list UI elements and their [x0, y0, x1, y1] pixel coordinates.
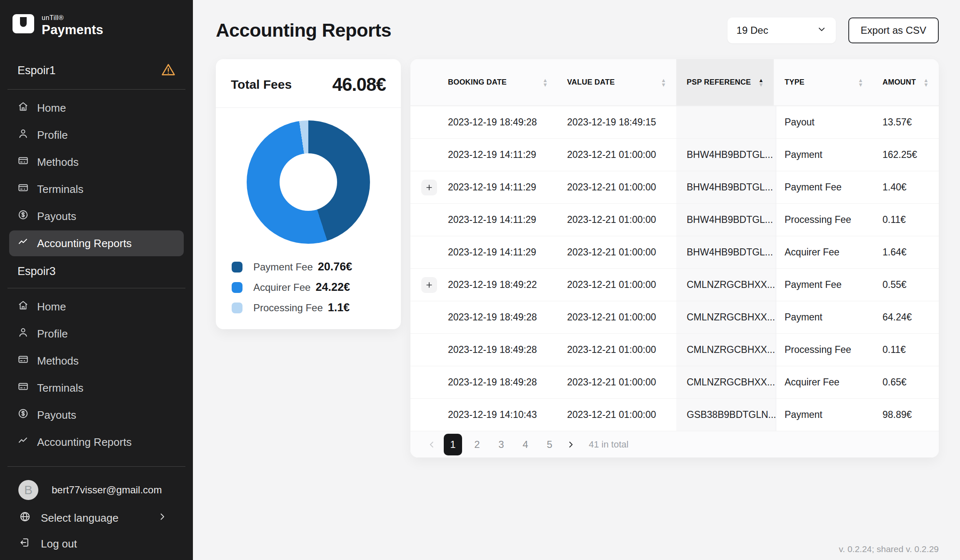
legend-value: 24.22€: [315, 281, 350, 294]
booking-date-cell: 2023-12-19 18:49:28: [448, 366, 567, 398]
sidebar-item-label: Terminals: [37, 382, 83, 395]
amount-cell: 0.11€: [873, 334, 939, 366]
booking-date-cell: 2023-12-19 14:10:43: [448, 399, 567, 431]
transactions-table: BOOKING DATE ▲▼ VALUE DATE ▲▼ PSP REFERE…: [410, 59, 939, 458]
sort-icon: ▲▼: [858, 78, 863, 87]
value-date-cell: 2023-12-19 18:49:15: [567, 106, 676, 138]
select-language-label: Select language: [41, 512, 118, 525]
psp-reference-cell: CMLNZRGCBHXX...: [676, 366, 776, 398]
table-row: 2023-12-19 14:11:29 2023-12-21 01:00:00 …: [410, 138, 939, 171]
psp-reference-cell: CMLNZRGCBHXX...: [676, 269, 776, 301]
column-header-amount[interactable]: AMOUNT ▲▼: [873, 59, 939, 105]
chevron-down-icon: [817, 24, 827, 37]
version-note: v. 0.2.24; shared v. 0.2.29: [839, 544, 939, 554]
app-window: unTill® Payments Espoir1 Home Profile: [0, 0, 960, 560]
expand-row-button[interactable]: [421, 277, 437, 293]
total-fees-header: Total Fees 46.08€: [216, 59, 401, 108]
logout-label: Log out: [41, 538, 77, 550]
total-fees-value: 46.08€: [332, 74, 386, 95]
table-header-expand: [410, 59, 448, 105]
sidebar-item-methods-2[interactable]: Methods: [9, 348, 184, 374]
sidebar-item-accounting-reports-2[interactable]: Accounting Reports: [9, 429, 184, 455]
sidebar-item-profile[interactable]: Profile: [9, 122, 184, 148]
pagination-next-icon[interactable]: [565, 440, 577, 449]
user-icon: [18, 128, 29, 142]
psp-reference-cell: BHW4HB9BDTGL...: [676, 139, 776, 171]
select-language[interactable]: Select language: [19, 505, 193, 531]
psp-reference-cell: CMLNZRGCBHXX...: [676, 301, 776, 333]
column-header-psp-reference[interactable]: PSP REFERENCE ▲▼: [676, 59, 774, 105]
sidebar-item-home[interactable]: Home: [9, 95, 184, 121]
table-row: 2023-12-19 14:10:43 2023-12-21 01:00:00 …: [410, 398, 939, 431]
pagination-page-3[interactable]: 3: [492, 434, 510, 455]
column-label: BOOKING DATE: [448, 78, 507, 87]
sidebar-item-methods[interactable]: Methods: [9, 149, 184, 175]
amount-cell: 0.65€: [873, 366, 939, 398]
sort-icon: ▲▼: [661, 78, 666, 87]
type-cell: Processing Fee: [776, 334, 873, 366]
donut-hole: [280, 153, 337, 211]
column-header-type[interactable]: TYPE ▲▼: [776, 59, 873, 105]
pagination-page-4[interactable]: 4: [516, 434, 535, 455]
amount-cell: 1.40€: [873, 171, 939, 203]
type-cell: Acquirer Fee: [776, 366, 873, 398]
table-header-row: BOOKING DATE ▲▼ VALUE DATE ▲▼ PSP REFERE…: [410, 59, 939, 106]
booking-date-cell: 2023-12-19 14:11:29: [448, 204, 567, 236]
column-label: VALUE DATE: [567, 78, 615, 87]
activity-icon: [18, 435, 29, 449]
date-filter-select[interactable]: 19 Dec: [728, 18, 836, 43]
value-date-cell: 2023-12-21 01:00:00: [567, 366, 676, 398]
pagination-page-5[interactable]: 5: [540, 434, 559, 455]
value-date-cell: 2023-12-21 01:00:00: [567, 269, 676, 301]
avatar: B: [18, 480, 38, 500]
sidebar-item-payouts-2[interactable]: Payouts: [9, 402, 184, 428]
card-icon: [18, 182, 29, 196]
user-icon: [18, 327, 29, 341]
user-account[interactable]: B bert77visser@gmail.com: [18, 475, 193, 505]
pagination-total: 41 in total: [589, 439, 628, 450]
type-cell: Acquirer Fee: [776, 236, 873, 268]
table-row: 2023-12-19 14:11:29 2023-12-21 01:00:00 …: [410, 171, 939, 203]
logout-button[interactable]: Log out: [19, 531, 193, 557]
page-title: Accounting Reports: [216, 20, 391, 41]
column-header-booking-date[interactable]: BOOKING DATE ▲▼: [448, 59, 567, 105]
page-header: Accounting Reports 19 Dec Export as CSV: [216, 18, 939, 43]
sidebar-item-payouts[interactable]: Payouts: [9, 203, 184, 229]
user-email: bert77visser@gmail.com: [52, 484, 162, 496]
pagination-page-1[interactable]: 1: [444, 434, 462, 455]
psp-reference-cell: BHW4HB9BDTGL...: [676, 204, 776, 236]
sidebar-item-terminals[interactable]: Terminals: [9, 176, 184, 202]
home-icon: [18, 101, 29, 115]
expand-row-button[interactable]: [421, 180, 437, 195]
org-name: Espoir1: [18, 64, 56, 77]
card-icon: [18, 381, 29, 395]
booking-date-cell: 2023-12-19 14:11:29: [448, 171, 567, 203]
main-content: Accounting Reports 19 Dec Export as CSV …: [193, 0, 960, 560]
value-date-cell: 2023-12-21 01:00:00: [567, 236, 676, 268]
card-divider: [216, 108, 401, 108]
sidebar-item-profile-2[interactable]: Profile: [9, 321, 184, 347]
table-row: 2023-12-19 18:49:28 2023-12-21 01:00:00 …: [410, 301, 939, 333]
export-csv-button[interactable]: Export as CSV: [848, 18, 939, 43]
activity-icon: [18, 236, 29, 250]
legend-item: Acquirer Fee 24.22€: [232, 281, 401, 294]
value-date-cell: 2023-12-21 01:00:00: [567, 334, 676, 366]
type-cell: Processing Fee: [776, 204, 873, 236]
column-header-value-date[interactable]: VALUE DATE ▲▼: [567, 59, 676, 105]
total-fees-title: Total Fees: [231, 78, 292, 92]
sidebar: unTill® Payments Espoir1 Home Profile: [0, 0, 193, 560]
table-row: 2023-12-19 18:49:28 2023-12-21 01:00:00 …: [410, 366, 939, 398]
pagination-prev-icon[interactable]: [425, 440, 438, 449]
value-date-cell: 2023-12-21 01:00:00: [567, 301, 676, 333]
donut-chart-wrap: [216, 120, 401, 244]
card-icon: [18, 354, 29, 368]
sidebar-item-accounting-reports[interactable]: Accounting Reports: [9, 230, 184, 256]
pagination-page-2[interactable]: 2: [468, 434, 486, 455]
sidebar-item-label: Accounting Reports: [37, 436, 132, 449]
content-area: Total Fees 46.08€ Payment Fee 20.76€: [216, 59, 939, 458]
sidebar-item-home-2[interactable]: Home: [9, 294, 184, 320]
psp-reference-cell: GSB38B9BDTGLN...: [676, 399, 776, 431]
coin-icon: [18, 408, 29, 422]
sidebar-item-terminals-2[interactable]: Terminals: [9, 375, 184, 401]
legend-swatch-acquirer-fee: [232, 282, 242, 293]
